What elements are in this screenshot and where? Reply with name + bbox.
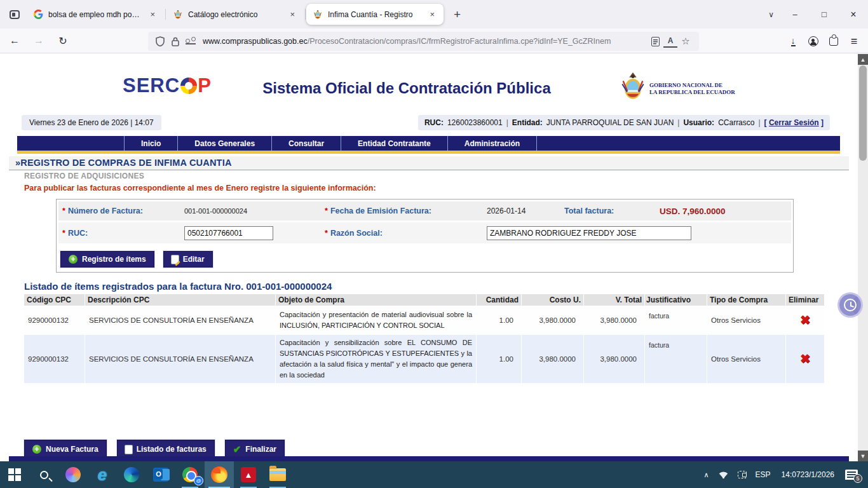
internet-explorer-icon: e xyxy=(98,467,107,482)
shield-icon[interactable] xyxy=(153,35,167,48)
government-caption: GOBIERNO NACIONAL DE LA REPUBLICA DEL EC… xyxy=(649,82,735,96)
nav-item-inicio[interactable]: Inicio xyxy=(124,136,177,151)
required-asterisk: * xyxy=(325,229,328,238)
company-input[interactable] xyxy=(487,226,691,240)
separator: | xyxy=(506,118,508,127)
menu-hamburger-icon[interactable]: ≡ xyxy=(844,32,864,51)
taskbar-chrome-icon[interactable]: @ xyxy=(175,461,205,488)
edit-button[interactable]: Editar xyxy=(163,251,213,268)
ecuador-crest-favicon-icon xyxy=(173,10,183,20)
nav-item-administracion[interactable]: Administración xyxy=(447,136,537,151)
screen: bolsa de empleo mdh postular × Catálogo … xyxy=(0,0,868,488)
firefox-view-glyph xyxy=(10,10,20,19)
copilot-icon xyxy=(65,467,81,482)
scroll-up-arrow[interactable]: ▲ xyxy=(858,54,868,65)
close-tab-icon[interactable]: × xyxy=(287,8,297,20)
url-bar[interactable]: www.compraspublicas.gob.ec/ProcesoContra… xyxy=(148,32,699,51)
scrollbar-thumb[interactable] xyxy=(859,65,867,161)
language-indicator[interactable]: ESP xyxy=(751,461,775,488)
list-all-tabs-icon[interactable]: ∨ xyxy=(762,8,780,22)
new-tab-button[interactable]: + xyxy=(447,6,467,23)
taskbar-date: 23/1/2026 xyxy=(801,470,834,480)
firefox-view-icon[interactable] xyxy=(5,5,24,24)
nav-item-datos-generales[interactable]: Datos Generales xyxy=(177,136,271,151)
taskbar-search-icon[interactable] xyxy=(29,461,58,488)
tab-infima-cuantia-active[interactable]: Infima Cuantía - Registro × xyxy=(306,4,444,25)
total-value: USD. 7,960.0000 xyxy=(660,207,726,216)
invoice-form: * Número de Factura: 001-001-000000024 *… xyxy=(56,199,794,273)
ruc-value: 1260023860001 xyxy=(447,118,503,127)
reload-button[interactable]: ↻ xyxy=(53,32,72,50)
delete-item-button[interactable]: ✖ xyxy=(786,335,824,383)
ruc-label-cell: * RUC: xyxy=(58,229,184,238)
close-tab-icon[interactable]: × xyxy=(147,8,158,20)
close-window-button[interactable]: × xyxy=(839,0,868,29)
tab-catalogo[interactable]: Catálogo electrónico × xyxy=(166,4,304,25)
issue-date-label: Fecha de Emisión Factura: xyxy=(330,207,431,215)
taskbar-copilot-icon[interactable] xyxy=(58,461,88,488)
header-v-total: V. Total xyxy=(584,294,644,306)
items-list-title: Listado de ítems registrados para la fac… xyxy=(24,281,332,292)
taskbar-acrobat-icon[interactable]: ▲ xyxy=(234,461,263,488)
translate-icon[interactable]: A xyxy=(663,35,677,48)
header-descripcion-cpc: Descripción CPC xyxy=(85,294,275,306)
permissions-glyph xyxy=(186,38,196,44)
nav-item-entidad-contratante[interactable]: Entidad Contratante xyxy=(341,136,447,151)
lock-icon[interactable] xyxy=(168,35,182,48)
url-text[interactable]: www.compraspublicas.gob.ec/ProcesoContra… xyxy=(203,37,648,46)
register-items-label: Registro de ítems xyxy=(82,255,146,264)
chrome-profile-badge: @ xyxy=(194,476,203,485)
issue-date-value: 2026-01-14 xyxy=(487,207,564,215)
permissions-icon[interactable] xyxy=(184,35,198,48)
taskbar-firefox-icon[interactable] xyxy=(205,461,234,488)
header-tipo-compra: Tipo de Compra xyxy=(707,294,785,306)
ruc-field-label: RUC: xyxy=(68,229,88,238)
taskbar-clock[interactable]: 14:07 23/1/2026 xyxy=(775,461,841,488)
invoice-list-label: Listado de facturas xyxy=(137,445,207,454)
logout-link[interactable]: [ Cerrar Sesión ] xyxy=(764,118,824,127)
taskbar-file-explorer-icon[interactable] xyxy=(263,461,292,488)
scroll-down-arrow[interactable]: ▼ xyxy=(858,451,868,461)
cell-costo-u: 3,980.0000 xyxy=(522,335,583,383)
issue-date-label-cell: * Fecha de Emisión Factura: xyxy=(321,207,487,215)
wifi-icon[interactable] xyxy=(714,461,733,488)
taskbar-edge-icon[interactable] xyxy=(117,461,146,488)
account-icon[interactable] xyxy=(803,32,824,51)
notification-center-icon[interactable]: 5 xyxy=(841,461,868,488)
extensions-icon[interactable] xyxy=(824,32,844,51)
cell-tipo-compra: Otros Servicios xyxy=(707,335,785,383)
maximize-button[interactable]: □ xyxy=(810,0,839,29)
screen-capture-tray-icon[interactable] xyxy=(733,461,751,488)
taskbar-internet-explorer-icon[interactable]: e xyxy=(88,461,117,488)
ruc-input[interactable] xyxy=(184,226,273,240)
logout-text: Cerrar Sesión xyxy=(769,118,819,127)
government-caption-line2: LA REPUBLICA DEL ECUADOR xyxy=(649,89,735,96)
clock-icon xyxy=(844,299,857,311)
register-items-button[interactable]: + Registro de ítems xyxy=(60,251,154,268)
close-tab-icon[interactable]: × xyxy=(427,8,437,20)
new-invoice-label: Nueva Factura xyxy=(46,445,98,454)
bookmark-star-icon[interactable]: ☆ xyxy=(679,35,693,48)
acrobat-icon: ▲ xyxy=(241,467,256,482)
header-eliminar: Eliminar xyxy=(786,294,824,306)
nav-item-consultar[interactable]: Consultar xyxy=(271,136,341,151)
taskbar-outlook-icon[interactable] xyxy=(146,461,175,488)
tray-expand-icon[interactable]: ∧ xyxy=(700,461,714,488)
back-button[interactable]: ← xyxy=(5,32,24,50)
cell-costo-u: 3,980.0000 xyxy=(522,307,583,334)
separator: | xyxy=(677,118,679,127)
minimize-button[interactable]: – xyxy=(780,0,810,29)
cell-objeto: Capacitación y presentación de material … xyxy=(276,307,476,334)
google-favicon-icon xyxy=(33,10,43,20)
page-viewport: SERC P Sistema Oficial de Contratación P… xyxy=(0,54,868,461)
notification-glyph: 5 xyxy=(845,470,858,480)
start-button[interactable] xyxy=(0,461,29,488)
downloads-icon[interactable]: ↓ xyxy=(783,32,803,51)
delete-item-button[interactable]: ✖ xyxy=(786,307,824,334)
vertical-scrollbar[interactable]: ▲ ▼ xyxy=(858,54,868,461)
reader-mode-icon[interactable] xyxy=(648,35,662,48)
main-navigation-items: Inicio Datos Generales Consultar Entidad… xyxy=(124,136,537,151)
forward-button[interactable]: → xyxy=(29,32,48,50)
capture-widget[interactable] xyxy=(837,292,863,318)
tab-bolsa-empleo[interactable]: bolsa de empleo mdh postular × xyxy=(27,4,164,25)
